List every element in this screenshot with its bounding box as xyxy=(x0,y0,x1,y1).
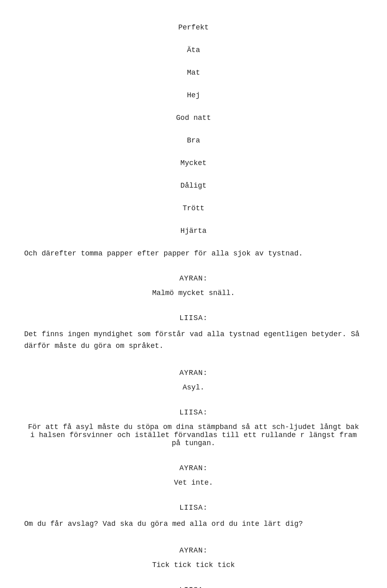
character-ayran-1: AYRAN: xyxy=(24,274,363,282)
full-line-och: Och därefter tomma papper efter papper f… xyxy=(24,249,363,257)
word-daligt: Dåligt xyxy=(24,182,363,190)
character-ayran-4: AYRAN: xyxy=(24,546,363,555)
character-ayran-2: AYRAN: xyxy=(24,369,363,377)
character-liisa-4: LIISA: xyxy=(24,586,363,588)
character-ayran-3: AYRAN: xyxy=(24,464,363,472)
dialogue-malmo: Malmö mycket snäll. xyxy=(24,289,363,297)
word-hej: Hej xyxy=(24,91,363,99)
character-liisa-3: LIISA: xyxy=(24,504,363,512)
dialogue-tick: Tick tick tick tick xyxy=(24,561,363,569)
script-page: Perfekt Äta Mat Hej God natt Bra Mycket … xyxy=(24,16,363,588)
dialogue-for-att: För att få asyl måste du stöpa om dina s… xyxy=(24,423,363,447)
dialogue-om-du-far: Om du får avslag? Vad ska du göra med al… xyxy=(24,518,363,530)
character-liisa-1: LIISA: xyxy=(24,314,363,322)
word-god-natt: God natt xyxy=(24,114,363,122)
word-perfekt: Perfekt xyxy=(24,23,363,31)
word-mat: Mat xyxy=(24,69,363,77)
word-hjarta: Hjärta xyxy=(24,227,363,235)
word-ata: Äta xyxy=(24,46,363,54)
word-bra: Bra xyxy=(24,136,363,144)
dialogue-vet-inte: Vet inte. xyxy=(24,479,363,487)
word-mycket: Mycket xyxy=(24,159,363,167)
dialogue-asyl: Asyl. xyxy=(24,383,363,391)
dialogue-det-finns: Det finns ingen myndighet som förstår va… xyxy=(24,329,363,352)
word-trott: Trött xyxy=(24,204,363,212)
character-liisa-2: LIISA: xyxy=(24,408,363,416)
